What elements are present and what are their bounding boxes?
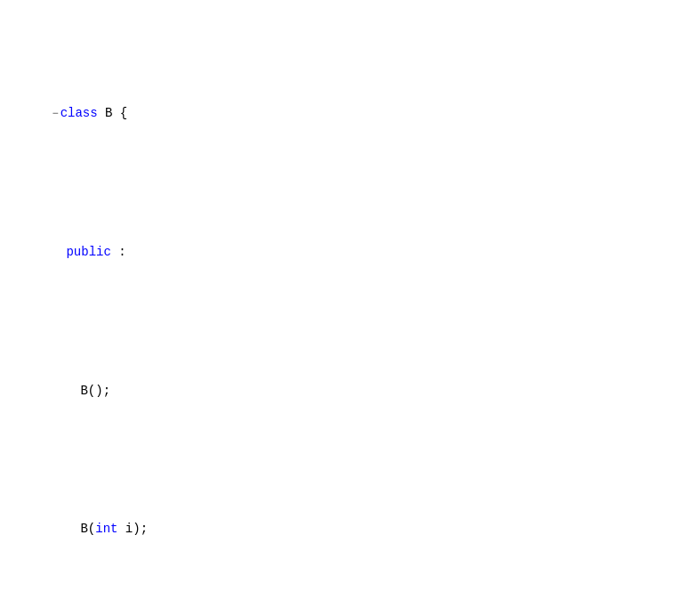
fold-icon-1[interactable]: − (52, 108, 58, 120)
code-container: −class B { public : B(); B(int i); ~B();… (0, 0, 686, 616)
code-line-4: B(int i); (0, 499, 686, 558)
code-line-3: B(); (0, 361, 686, 420)
code-line-1: −class B { (0, 84, 686, 143)
line-4-content: B(int i); (7, 499, 679, 558)
line-1-content: −class B { (7, 84, 679, 143)
code-line-2: public : (0, 223, 686, 281)
line-3-content: B(); (7, 361, 679, 420)
line-2-content: public : (7, 223, 679, 281)
